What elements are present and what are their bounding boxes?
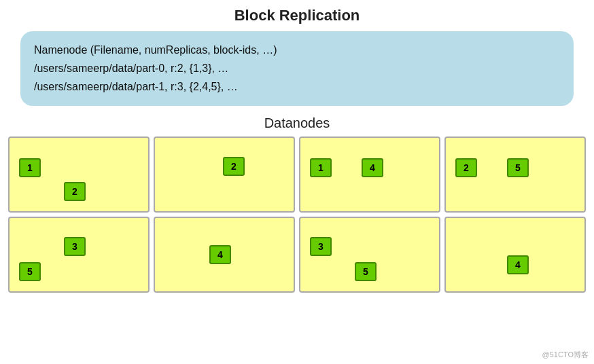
datanode-cell-2: 14 — [299, 136, 440, 213]
block-0-0: 1 — [19, 158, 41, 177]
namenode-line-2: /users/sameerp/data/part-0, r:2, {1,3}, … — [34, 59, 560, 77]
datanode-cell-5: 4 — [154, 217, 295, 293]
datanode-cell-4: 53 — [8, 217, 150, 293]
block-3-0: 2 — [455, 158, 477, 177]
watermark: @51CTO博客 — [542, 350, 589, 360]
namenode-box: Namenode (Filename, numReplicas, block-i… — [20, 31, 574, 106]
datanode-cell-0: 12 — [8, 136, 150, 213]
block-4-0: 5 — [19, 262, 41, 281]
datanode-cell-7: 4 — [444, 217, 586, 293]
block-0-1: 2 — [64, 182, 86, 201]
block-1-0: 2 — [223, 157, 245, 176]
namenode-line-3: /users/sameerp/data/part-1, r:3, {2,4,5}… — [34, 77, 560, 96]
datanode-cell-1: 2 — [154, 136, 295, 213]
block-5-0: 4 — [209, 245, 231, 264]
datanode-cell-3: 25 — [444, 136, 586, 213]
block-6-0: 3 — [310, 237, 332, 256]
datanodes-title: Datanodes — [0, 115, 594, 131]
block-2-1: 4 — [362, 158, 383, 177]
block-6-1: 5 — [355, 262, 377, 281]
block-3-1: 5 — [507, 158, 529, 177]
block-2-0: 1 — [310, 158, 332, 177]
datanode-grid: 1221425534354 — [8, 136, 586, 293]
block-7-0: 4 — [507, 255, 529, 274]
datanode-cell-6: 35 — [299, 217, 440, 293]
block-4-1: 3 — [64, 237, 86, 256]
namenode-line-1: Namenode (Filename, numReplicas, block-i… — [34, 41, 560, 59]
page-title: Block Replication — [0, 0, 594, 24]
